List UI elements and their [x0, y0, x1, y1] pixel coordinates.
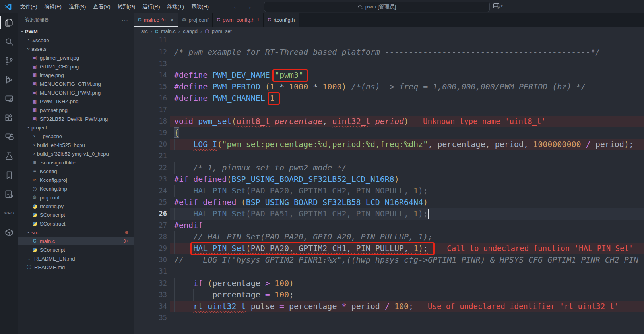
code-line-12[interactable]: 12/* pwm example for RT-Thread based pla… — [134, 46, 644, 58]
code-line-25[interactable]: 25#elif defined (BSP_USING_BOARD_SF32LB5… — [134, 197, 644, 208]
menu-转到G[interactable]: 转到(G) — [114, 0, 139, 13]
tree-root-pwm[interactable]: › PWM — [18, 27, 134, 36]
tree-item-MENUCONFIG_GTIM.png[interactable]: ▣MENUCONFIG_GTIM.png — [18, 79, 134, 88]
tree-item-Kconfig[interactable]: ≡Kconfig — [18, 167, 134, 176]
code-line-22[interactable]: 22 /* 1, pinmux set to pwm2 mode */ — [134, 162, 644, 174]
tree-item-image.png[interactable]: ▣image.png — [18, 71, 134, 79]
tree-item-proj.conf[interactable]: ⚙proj.conf — [18, 193, 134, 202]
code-line-26[interactable]: 26 HAL_PIN_Set(PAD_PA51, GPTIM1_CH2, PIN… — [134, 208, 644, 220]
tab-rtconfig.h[interactable]: Crtconfig.h — [264, 13, 299, 27]
tree-item-rtconfig.py[interactable]: rtconfig.py — [18, 202, 134, 210]
menu-帮助H[interactable]: 帮助(H) — [188, 0, 212, 13]
line-number: 31 — [134, 266, 167, 277]
code-line-33[interactable]: 33 percentage = 100; — [134, 289, 644, 301]
tree-item-Kconfig.proj[interactable]: ≋Kconfig.proj — [18, 176, 134, 184]
tab-proj.conf[interactable]: ⚙proj.conf — [178, 13, 213, 27]
tree-item-build_sf32lb52-ymg-v1_0_hcpu[interactable]: ›build_sf32lb52-ymg-v1_0_hcpu — [18, 149, 134, 158]
sifli-icon[interactable]: SiFLI — [0, 204, 18, 223]
tab-main.c[interactable]: Cmain.c9+× — [134, 13, 178, 27]
line-number: 33 — [134, 289, 167, 301]
tree-item-src[interactable]: ›src — [18, 228, 134, 237]
tree-item-README_EN.md[interactable]: ↓README_EN.md — [18, 254, 134, 263]
code-line-13[interactable]: 13 — [134, 58, 644, 70]
testing-icon[interactable] — [0, 147, 18, 166]
tree-item-SConscript[interactable]: SConscript — [18, 245, 134, 254]
code-line-27[interactable]: 27#endif — [134, 220, 644, 231]
code-line-32[interactable]: 32 if (percentage > 100) — [134, 278, 644, 289]
tree-item-.sconsign.dblite[interactable]: ≡.sconsign.dblite — [18, 158, 134, 167]
explorer-icon[interactable] — [0, 13, 18, 32]
code-line-21[interactable]: 21 — [134, 150, 644, 162]
tree-item-.vscode[interactable]: ›.vscode — [18, 36, 134, 44]
nav-forward-button[interactable]: → — [245, 3, 252, 11]
breadcrumb-item-src[interactable]: src — [141, 29, 148, 34]
output-config-icon[interactable] — [0, 185, 18, 204]
tree-item-SConstruct[interactable]: SConstruct — [18, 219, 134, 228]
tree-item-assets[interactable]: ›assets — [18, 44, 134, 53]
chat-icon[interactable] — [0, 127, 18, 147]
code-line-18[interactable]: 18void pwm_set(uint8_t percentage, uint3… — [134, 116, 644, 127]
file-tree: ›.vscode›assets▣gptimer_pwm.jpg▣GTIM1_CH… — [18, 36, 134, 272]
code-line-11[interactable]: 11 — [134, 35, 644, 46]
extensions-icon[interactable] — [0, 108, 18, 127]
menu-终端T[interactable]: 终端(T) — [163, 0, 188, 13]
search-icon[interactable] — [0, 32, 18, 51]
tree-item-pwmset.png[interactable]: ▣pwmset.png — [18, 106, 134, 114]
code-line-31[interactable]: 31 — [134, 266, 644, 277]
tab-pwm_config.h[interactable]: Cpwm_config.h1 — [213, 13, 264, 27]
remote-explorer-icon[interactable] — [0, 89, 18, 108]
tree-item-label: SConscript — [40, 247, 65, 253]
bookmarks-icon[interactable] — [0, 166, 18, 185]
tree-item-build_eh-lb525_hcpu[interactable]: ›build_eh-lb525_hcpu — [18, 141, 134, 149]
run-debug-icon[interactable] — [0, 70, 18, 89]
breadcrumb-item-main.c[interactable]: main.c — [161, 29, 176, 34]
tree-item-main.c[interactable]: Cmain.c9+ — [18, 237, 134, 245]
code-line-17[interactable]: 17 — [134, 104, 644, 116]
close-icon[interactable]: × — [171, 17, 174, 23]
command-center-search[interactable]: pwm [管理员] — [264, 2, 490, 12]
tree-item-label: proj.conf — [40, 195, 60, 201]
menu-运行R[interactable]: 运行(R) — [139, 0, 163, 13]
breadcrumb-item-pwm_set[interactable]: pwm_set — [212, 29, 232, 34]
menu-文件F[interactable]: 文件(F) — [17, 0, 41, 13]
line-number: 25 — [134, 197, 167, 208]
code-line-14[interactable]: 14#define PWM_DEV_NAME "pwm3" — [134, 70, 644, 81]
code-line-35[interactable]: 35 — [134, 312, 644, 324]
code-line-34[interactable]: 34 rt_uint32_t pulse = percentage * peri… — [134, 301, 644, 312]
tree-item-project[interactable]: ›project — [18, 123, 134, 132]
code-line-30[interactable]: 30// LOG_I("hysys_GPTIM2_PINR1:%x",((hwp… — [134, 254, 644, 266]
tree-item-Kconfig.tmp[interactable]: ◷Kconfig.tmp — [18, 184, 134, 193]
nav-back-button[interactable]: ← — [233, 3, 240, 11]
layout-control-button[interactable]: x ▾ — [493, 2, 503, 9]
code-line-24[interactable]: 24 HAL_PIN_Set(PAD_PA20, GPTIM1_CH2, PIN… — [134, 185, 644, 197]
tree-item-gptimer_pwm.jpg[interactable]: ▣gptimer_pwm.jpg — [18, 53, 134, 62]
code-editor[interactable]: 1112/* pwm example for RT-Thread based p… — [134, 35, 644, 334]
menu-查看V[interactable]: 查看(V) — [89, 0, 114, 13]
code-line-15[interactable]: 15#define PWM_PERIOD (1 * 1000 * 1000) /… — [134, 81, 644, 93]
image-icon: ▣ — [31, 107, 38, 113]
tree-item-label: pwmset.png — [40, 107, 68, 113]
tree-item-__pycache__[interactable]: ›__pycache__ — [18, 132, 134, 141]
container-icon[interactable] — [0, 223, 18, 242]
code-line-20[interactable]: 20 LOG_I("pwm_set:percentage:%d,period:%… — [134, 139, 644, 150]
tree-item-SConscript[interactable]: SConscript — [18, 210, 134, 219]
tree-item-README.md[interactable]: ⓘREADME.md — [18, 263, 134, 272]
list-icon: ≡ — [31, 160, 38, 165]
menu-编辑E[interactable]: 编辑(E) — [41, 0, 65, 13]
code-line-16[interactable]: 16#define PWM_CHANNEL 1 — [134, 93, 644, 104]
code-text: percentage = 100; — [174, 289, 294, 301]
explorer-more-actions-button[interactable]: ··· — [122, 17, 128, 23]
source-control-icon[interactable] — [0, 51, 18, 70]
code-line-28[interactable]: 28 // HAL_PIN_Set(PAD_PA20, GPIO_A20, PI… — [134, 231, 644, 243]
tree-item-PWM_1KHZ.png[interactable]: ▣PWM_1KHZ.png — [18, 97, 134, 106]
breadcrumb[interactable]: src›Cmain.c›clangd›⬡pwm_set — [134, 27, 644, 36]
breadcrumb-item-clangd[interactable]: clangd — [183, 29, 198, 34]
tree-item-SF32LB52_DevKit_PWM.png[interactable]: ▣SF32LB52_DevKit_PWM.png — [18, 114, 134, 123]
modified-dot — [125, 231, 128, 234]
code-line-23[interactable]: 23#if defined(BSP_USING_BOARD_SF32LB52_L… — [134, 174, 644, 185]
tree-item-GTIM1_CH2.png[interactable]: ▣GTIM1_CH2.png — [18, 62, 134, 71]
tree-item-label: Kconfig.tmp — [40, 186, 67, 192]
menu-选择S[interactable]: 选择(S) — [65, 0, 89, 13]
tree-item-MENUCONFIG_PWM.png[interactable]: ▣MENUCONFIG_PWM.png — [18, 88, 134, 97]
code-line-19[interactable]: 19{ — [134, 127, 644, 139]
